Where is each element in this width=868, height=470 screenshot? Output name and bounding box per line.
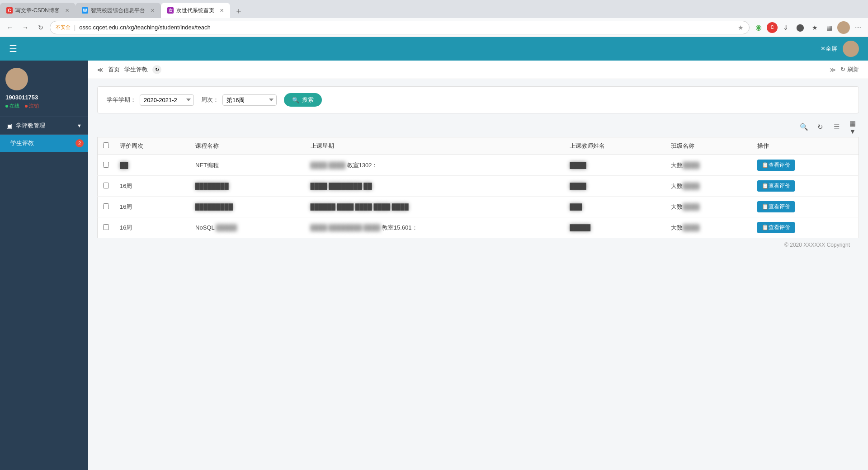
col-checkbox bbox=[98, 137, 115, 155]
select-all-checkbox[interactable] bbox=[103, 142, 109, 148]
row3-week: 16周 bbox=[114, 197, 190, 217]
sidebar: 1903011753 在线 注销 ▣ 学评教管理 ▼ bbox=[0, 61, 88, 470]
data-table: 评价周次 课程名称 上课星期 上课教师姓名 班级名称 操作 ██ NET编程 bbox=[97, 137, 859, 238]
table-refresh-icon[interactable]: ↻ bbox=[814, 121, 826, 133]
forward-button[interactable]: → bbox=[19, 21, 32, 34]
more-icon[interactable]: ⋯ bbox=[852, 21, 864, 34]
profile-avatar[interactable] bbox=[837, 21, 850, 34]
refresh-actions: ≫ ↻ 刷新 bbox=[830, 66, 859, 74]
tab-bar: C 写文章-CSDN博客 ✕ W 智慧校园综合信息平台 ✕ 次 次世代系统首页 … bbox=[0, 0, 868, 18]
col-teacher: 上课教师姓名 bbox=[564, 137, 665, 155]
main-content: ≪ 首页 学生评教 ↻ ≫ ↻ 刷新 学年学期： 2020-2021-2 bbox=[88, 61, 868, 470]
breadcrumb-refresh-icon[interactable]: ↻ bbox=[152, 65, 161, 74]
sidebar-badge: 2 bbox=[75, 139, 84, 147]
row3-schedule: ██████ ████ ████ ████ ████ bbox=[305, 197, 565, 217]
row4-check bbox=[98, 217, 115, 238]
menu-group-header[interactable]: ▣ 学评教管理 ▼ bbox=[0, 117, 88, 135]
row3-teacher: ███ bbox=[564, 197, 665, 217]
back-button[interactable]: ← bbox=[4, 21, 16, 34]
csdn-icon[interactable]: C bbox=[767, 22, 778, 33]
bookmark-icon[interactable]: ★ bbox=[808, 21, 821, 34]
download-icon[interactable]: ⇓ bbox=[779, 21, 792, 34]
row1-class: 大数████ bbox=[665, 155, 752, 176]
tab3-text: 次世代系统首页 bbox=[176, 7, 214, 14]
tab2-close[interactable]: ✕ bbox=[151, 8, 155, 14]
breadcrumb-current: 学生评教 bbox=[124, 66, 148, 74]
row1-schedule: ████ ████ 教室1302： bbox=[305, 155, 565, 176]
row3-class: 大数████ bbox=[665, 197, 752, 217]
col-course: 课程名称 bbox=[190, 137, 305, 155]
row4-course: NoSQL █████ bbox=[190, 217, 305, 238]
url-text: ossc.cqcet.edu.cn/xg/teaching/student/in… bbox=[79, 24, 734, 31]
header-avatar bbox=[843, 41, 859, 57]
browser-chrome: C 写文章-CSDN博客 ✕ W 智慧校园综合信息平台 ✕ 次 次世代系统首页 … bbox=[0, 0, 868, 37]
col-class: 班级名称 bbox=[665, 137, 752, 155]
tab1-close[interactable]: ✕ bbox=[65, 8, 69, 14]
tab3-favicon: 次 bbox=[167, 7, 174, 14]
table-search-icon[interactable]: 🔍 bbox=[797, 121, 810, 133]
row1-teacher: ████ bbox=[564, 155, 665, 176]
table-row: 16周 NoSQL █████ ████ ████████ ████ 教室15.… bbox=[98, 217, 859, 238]
row2-action: 📋查看评价 bbox=[752, 176, 859, 197]
separator: | bbox=[74, 24, 75, 31]
week-field: 周次： 第16周 bbox=[201, 94, 277, 106]
tab-2[interactable]: W 智慧校园综合信息平台 ✕ bbox=[75, 3, 161, 18]
semester-label: 学年学期： bbox=[107, 96, 136, 104]
row4-class: 大数████ bbox=[665, 217, 752, 238]
row2-schedule: ████ ████████ ██ bbox=[305, 176, 565, 197]
row3-view-button[interactable]: 📋查看评价 bbox=[757, 201, 795, 212]
breadcrumb-home[interactable]: 首页 bbox=[108, 66, 120, 74]
row4-schedule: ████ ████████ ████ 教室15.601： bbox=[305, 217, 565, 238]
status-cancel[interactable]: 注销 bbox=[25, 103, 39, 109]
nav-forward[interactable]: ≫ bbox=[830, 66, 836, 73]
fullscreen-button[interactable]: ✕全屏 bbox=[821, 45, 837, 53]
breadcrumb-bar: ≪ 首页 学生评教 ↻ ≫ ↻ 刷新 bbox=[88, 61, 868, 79]
app-header: ☰ ✕全屏 bbox=[0, 37, 868, 61]
content-area: 学年学期： 2020-2021-2 周次： 第16周 🔍 搜索 bbox=[88, 79, 868, 470]
week-select[interactable]: 第16周 bbox=[222, 94, 277, 106]
row2-class: 大数████ bbox=[665, 176, 752, 197]
row3-course: █████████ bbox=[190, 197, 305, 217]
bookmark-star[interactable]: ★ bbox=[738, 24, 744, 31]
app-body: 1903011753 在线 注销 ▣ 学评教管理 ▼ bbox=[0, 61, 868, 470]
address-bar[interactable]: 不安全 | ossc.cqcet.edu.cn/xg/teaching/stud… bbox=[50, 21, 750, 34]
row1-course: NET编程 bbox=[190, 155, 305, 176]
hamburger-menu[interactable]: ☰ bbox=[9, 43, 17, 54]
status-row: 在线 注销 bbox=[5, 103, 83, 109]
row4-teacher: █████ bbox=[564, 217, 665, 238]
row1-view-button[interactable]: 📋查看评价 bbox=[757, 160, 795, 171]
row3-action: 📋查看评价 bbox=[752, 197, 859, 217]
tab-3[interactable]: 次 次世代系统首页 ✕ bbox=[161, 3, 230, 18]
row2-teacher: ████ bbox=[564, 176, 665, 197]
security-warning: 不安全 bbox=[56, 24, 71, 31]
table-columns-icon[interactable]: ☰ bbox=[830, 121, 843, 133]
tab3-close[interactable]: ✕ bbox=[220, 8, 224, 14]
tab1-text: 写文章-CSDN博客 bbox=[15, 7, 60, 14]
new-tab-button[interactable]: ＋ bbox=[230, 5, 247, 16]
breadcrumb-nav-prev[interactable]: ≪ bbox=[97, 66, 104, 73]
account-icon[interactable]: ⬤ bbox=[794, 21, 807, 34]
table-row: 16周 █████████ ██████ ████ ████ ████ ████… bbox=[98, 197, 859, 217]
collections-icon[interactable]: ▦ bbox=[823, 21, 835, 34]
menu-item-label: 学生评教 bbox=[10, 139, 34, 147]
tab-1[interactable]: C 写文章-CSDN博客 ✕ bbox=[0, 3, 75, 18]
sidebar-item-student-eval[interactable]: 学生评教 2 bbox=[0, 135, 88, 152]
table-row: ██ NET编程 ████ ████ 教室1302： ████ 大数████ 📋… bbox=[98, 155, 859, 176]
semester-select[interactable]: 2020-2021-2 bbox=[140, 94, 194, 106]
extensions-icon[interactable]: ◉ bbox=[752, 21, 765, 34]
row1-week: ██ bbox=[114, 155, 190, 176]
row4-view-button[interactable]: 📋查看评价 bbox=[757, 222, 795, 233]
row2-view-button[interactable]: 📋查看评价 bbox=[757, 180, 795, 192]
table-grid-icon[interactable]: ▦ ▼ bbox=[846, 121, 859, 133]
row4-action: 📋查看评价 bbox=[752, 217, 859, 238]
menu-group-label: 学评教管理 bbox=[16, 122, 45, 130]
tab2-favicon: W bbox=[82, 7, 88, 14]
row3-check bbox=[98, 197, 115, 217]
copyright: © 2020 XXXXXX Copyright bbox=[97, 238, 859, 252]
sidebar-avatar bbox=[5, 68, 28, 90]
refresh-label[interactable]: ↻ 刷新 bbox=[840, 66, 859, 74]
refresh-button[interactable]: ↻ bbox=[34, 21, 47, 34]
row2-week: 16周 bbox=[114, 176, 190, 197]
online-dot bbox=[5, 105, 8, 108]
search-button[interactable]: 🔍 搜索 bbox=[284, 93, 322, 107]
